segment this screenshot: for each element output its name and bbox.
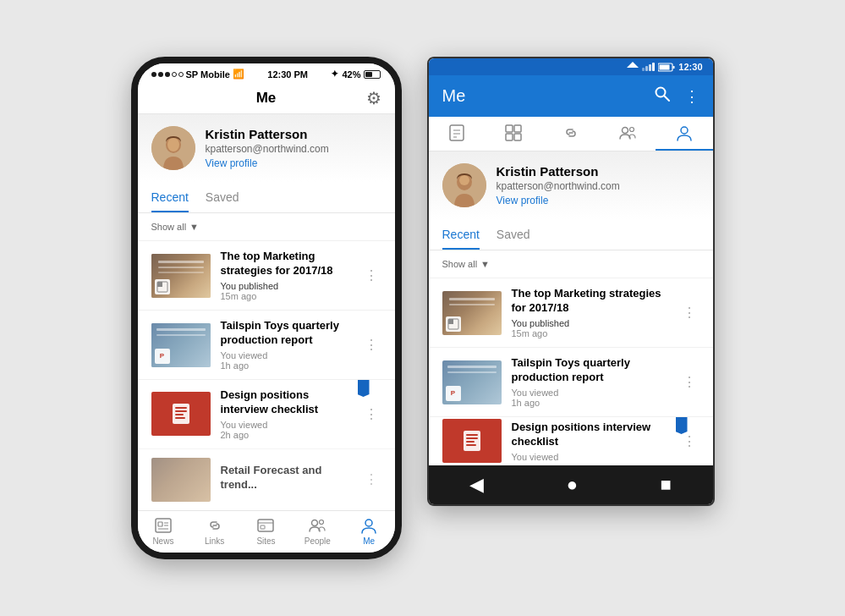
android-doc-icon-1 — [446, 316, 461, 332]
svg-rect-47 — [466, 434, 478, 436]
ios-battery-icon — [364, 70, 381, 79]
ios-status-left: SP Mobile 📶 — [151, 69, 244, 80]
ios-doc-thumb-1 — [151, 254, 211, 298]
android-doc-bookmark-3 — [676, 417, 688, 434]
people-icon — [308, 516, 326, 535]
dot1 — [151, 72, 156, 77]
android-doc-item-1[interactable]: The top Marketing strategies for 2017/18… — [429, 278, 713, 347]
ios-show-all-chevron: ▼ — [189, 222, 199, 232]
android-doc-title-3: Design positions interview checklist — [512, 421, 669, 449]
screenshot-container: SP Mobile 📶 12:30 PM ✦ 42% Me ⚙ — [114, 40, 732, 575]
ios-doc-thumb-3 — [151, 392, 211, 436]
ios-tab-recent[interactable]: Recent — [151, 182, 189, 212]
ios-nav-news[interactable]: News — [138, 516, 189, 546]
svg-point-22 — [365, 520, 372, 526]
ios-phone: SP Mobile 📶 12:30 PM ✦ 42% Me ⚙ — [131, 57, 402, 558]
svg-point-38 — [622, 128, 628, 134]
android-doc-item-3[interactable]: Design positions interview checklist You… — [429, 416, 713, 465]
svg-rect-12 — [158, 522, 162, 526]
ios-doc-more-3[interactable]: ⋮ — [361, 403, 381, 426]
android-doc-more-2[interactable]: ⋮ — [679, 371, 700, 393]
ios-doc-info-3: Design positions interview checklist You… — [221, 388, 351, 440]
svg-rect-9 — [175, 414, 184, 415]
ios-nav-me[interactable]: Me — [343, 516, 395, 546]
android-nav-back[interactable]: ◀ — [469, 474, 484, 496]
ios-doc-title-4: Retail Forecast and trend... — [221, 464, 351, 492]
ios-profile-name: Kristin Patterson — [206, 127, 381, 141]
android-doc-info-3: Design positions interview checklist You… — [512, 421, 669, 462]
svg-rect-36 — [514, 134, 521, 140]
ios-nav-people[interactable]: People — [292, 516, 343, 546]
svg-point-40 — [681, 127, 688, 134]
ios-doc-more-4[interactable]: ⋮ — [361, 468, 381, 491]
android-avatar-image — [442, 163, 486, 207]
android-search-icon[interactable] — [654, 85, 671, 107]
ios-header: Me ⚙ — [138, 83, 395, 114]
svg-point-43 — [459, 175, 469, 185]
android-view-profile-link[interactable]: View profile — [497, 195, 700, 206]
android-nav-doc[interactable] — [429, 124, 486, 151]
svg-rect-10 — [175, 417, 185, 419]
ios-avatar — [151, 126, 195, 170]
ios-doc-meta-label-2: You viewed — [221, 350, 351, 360]
svg-point-3 — [168, 138, 178, 148]
ios-doc-meta-label-1: You published — [221, 281, 351, 291]
svg-line-28 — [664, 96, 669, 101]
ios-doc-meta-time-2: 1h ago — [221, 360, 351, 371]
dot2 — [158, 72, 163, 77]
ios-tab-saved[interactable]: Saved — [206, 182, 239, 212]
android-nav-home[interactable]: ● — [567, 474, 578, 496]
android-doc-thumb-2: P — [442, 360, 502, 404]
android-tab-recent[interactable]: Recent — [442, 219, 480, 250]
android-phone: 12:30 Me ⋮ — [427, 57, 715, 506]
ios-doc-item-1[interactable]: The top Marketing strategies for 2017/18… — [138, 240, 395, 310]
android-doc-more-1[interactable]: ⋮ — [679, 301, 700, 324]
svg-rect-26 — [673, 66, 675, 69]
ios-doc-thumb-4 — [151, 458, 211, 502]
ios-page-title: Me — [256, 90, 277, 107]
ios-doc-title-1: The top Marketing strategies for 2017/18 — [221, 250, 351, 278]
ios-doc-bookmark-3 — [358, 380, 370, 397]
android-show-all-chevron: ▼ — [480, 259, 490, 269]
avatar-image — [151, 126, 195, 170]
android-icon-nav — [429, 117, 713, 151]
ios-nav-news-label: News — [152, 536, 173, 546]
ios-doc-info-2: Tailspin Toys quarterly production repor… — [221, 319, 351, 371]
android-show-all-row[interactable]: Show all ▼ — [429, 250, 713, 278]
ios-doc-item-2[interactable]: P Tailspin Toys quarterly production rep… — [138, 310, 395, 379]
android-doc-item-2[interactable]: P Tailspin Toys quarterly production rep… — [429, 347, 713, 416]
android-content-tabs: Recent Saved — [429, 219, 713, 250]
android-nav-people[interactable] — [599, 124, 656, 151]
ios-doc-info-1: The top Marketing strategies for 2017/18… — [221, 250, 351, 301]
ios-doc-title-3: Design positions interview checklist — [221, 388, 351, 417]
settings-icon[interactable]: ⚙ — [366, 88, 381, 108]
ios-doc-more-2[interactable]: ⋮ — [361, 333, 381, 356]
android-tab-saved[interactable]: Saved — [497, 219, 530, 250]
ios-nav-sites-label: Sites — [256, 536, 275, 546]
ios-doc-meta-label-3: You viewed — [221, 420, 351, 430]
ios-show-all-label: Show all — [151, 222, 187, 232]
ios-doc-icon-2: P — [155, 349, 170, 364]
ios-nav-links[interactable]: Links — [189, 516, 240, 546]
ios-view-profile-link[interactable]: View profile — [206, 157, 381, 169]
android-nav-link[interactable] — [542, 124, 599, 151]
ios-doc-item-3[interactable]: Design positions interview checklist You… — [138, 379, 395, 448]
svg-point-21 — [320, 520, 324, 524]
news-icon — [154, 516, 173, 535]
android-more-icon[interactable]: ⋮ — [684, 87, 700, 106]
android-doc-title-2: Tailspin Toys quarterly production repor… — [512, 356, 669, 385]
ios-doc-thumb-2: P — [151, 323, 211, 367]
android-doc-icon-2: P — [446, 386, 461, 401]
android-doc-title-1: The top Marketing strategies for 2017/18 — [512, 287, 669, 316]
android-nav-grid[interactable] — [486, 124, 542, 151]
sites-icon — [256, 516, 275, 535]
ios-doc-more-1[interactable]: ⋮ — [361, 264, 381, 287]
ios-show-all-row[interactable]: Show all ▼ — [138, 213, 395, 240]
ios-doc-item-4[interactable]: Retail Forecast and trend... ⋮ — [138, 448, 395, 510]
android-page-title: Me — [442, 86, 466, 106]
ios-wifi-icon: 📶 — [233, 69, 244, 80]
ios-nav-me-label: Me — [363, 536, 375, 546]
ios-nav-sites[interactable]: Sites — [240, 516, 292, 546]
android-nav-me[interactable] — [656, 124, 712, 151]
android-nav-recents[interactable]: ■ — [660, 474, 671, 496]
